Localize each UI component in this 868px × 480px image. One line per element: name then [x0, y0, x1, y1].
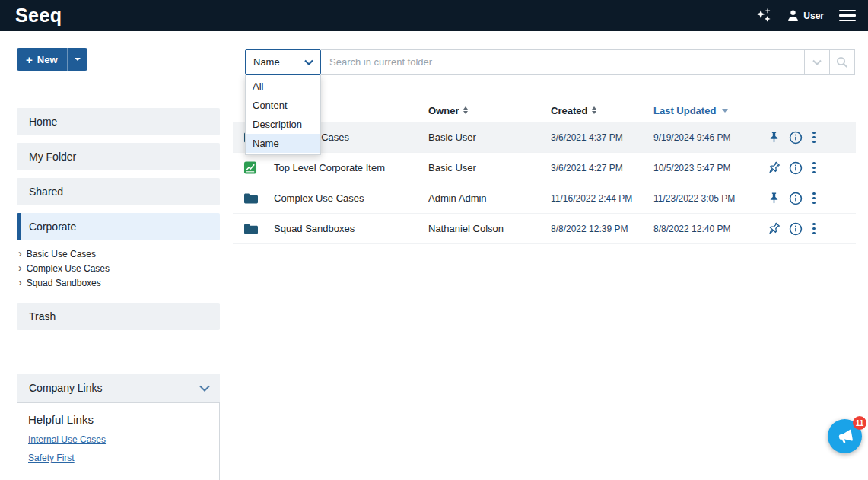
tree-item-complex-use-cases[interactable]: › Complex Use Cases: [17, 261, 220, 275]
user-label: User: [803, 11, 824, 21]
chevron-right-icon: ›: [18, 277, 22, 288]
item-name[interactable]: Squad Sandboxes: [274, 223, 428, 234]
company-links-header[interactable]: Company Links: [17, 374, 220, 402]
unpin-icon[interactable]: [768, 222, 781, 235]
link-internal-use-cases[interactable]: Internal Use Cases: [28, 434, 208, 445]
sidebar-item-shared[interactable]: Shared: [17, 178, 220, 205]
info-icon[interactable]: [789, 131, 803, 145]
topbar-actions: User: [755, 8, 856, 24]
sidebar-item-corporate[interactable]: Corporate: [17, 213, 220, 240]
item-owner: Admin Admin: [428, 192, 551, 204]
sidebar-item-label: Corporate: [29, 221, 76, 233]
item-created: 11/16/2022 2:44 PM: [551, 193, 653, 204]
search-button[interactable]: [830, 49, 855, 75]
chevron-down-icon: [812, 59, 822, 65]
sort-desc-icon: [722, 109, 728, 113]
filter-option-description[interactable]: Description: [246, 115, 320, 134]
new-button[interactable]: + New: [17, 48, 87, 71]
kebab-menu-icon[interactable]: [811, 221, 817, 237]
item-updated: 10/5/2023 5:47 PM: [653, 163, 768, 173]
filter-dropdown-menu: All Content Description Name: [245, 75, 321, 155]
filter-selected-value: Name: [253, 56, 280, 68]
search-options-button[interactable]: [805, 49, 830, 75]
plus-icon: +: [26, 54, 33, 65]
new-button-caret[interactable]: [67, 48, 87, 71]
main-content: Name All Content Description Name: [232, 31, 868, 480]
kebab-menu-icon[interactable]: [811, 191, 817, 206]
item-created: 8/8/2022 12:39 PM: [551, 224, 653, 234]
chevron-right-icon: ›: [18, 248, 22, 259]
chevron-down-icon: [304, 59, 313, 65]
helpful-links-title: Helpful Links: [28, 413, 208, 426]
folder-icon: [243, 223, 259, 235]
worksheet-icon: [243, 161, 257, 174]
link-safety-first[interactable]: Safety First: [28, 453, 208, 463]
seeq-logo: Seeq: [15, 5, 62, 27]
pin-icon[interactable]: [768, 192, 781, 205]
sidebar-item-my-folder[interactable]: My Folder: [17, 143, 220, 170]
topbar: Seeq User: [0, 0, 868, 31]
user-icon: [787, 9, 799, 22]
kebab-menu-icon[interactable]: [811, 161, 817, 176]
table-row[interactable]: Basic Use Cases Basic User 3/6/2021 4:37…: [233, 122, 856, 153]
info-icon[interactable]: [789, 222, 803, 236]
unpin-icon[interactable]: [768, 161, 781, 174]
item-name[interactable]: Top Level Corporate Item: [274, 162, 428, 173]
search-bar: Name: [245, 49, 855, 75]
company-links-label: Company Links: [29, 382, 103, 394]
item-updated: 9/19/2024 9:46 PM: [653, 132, 768, 143]
column-header-created[interactable]: Created: [551, 105, 653, 116]
ai-sparkles-icon[interactable]: [755, 8, 772, 24]
notification-badge: 11: [853, 416, 866, 430]
tree-item-basic-use-cases[interactable]: › Basic Use Cases: [17, 246, 220, 261]
info-icon[interactable]: [789, 161, 803, 175]
item-updated: 11/23/2022 3:05 PM: [653, 193, 768, 204]
column-header-owner[interactable]: Owner: [428, 105, 551, 116]
new-button-main[interactable]: + New: [17, 48, 67, 71]
item-updated: 8/8/2022 12:40 PM: [653, 224, 768, 234]
filter-option-all[interactable]: All: [246, 77, 320, 96]
sidebar-nav: Home My Folder Shared Corporate: [17, 108, 220, 240]
sidebar-item-trash[interactable]: Trash: [17, 303, 220, 330]
support-fab-button[interactable]: 11: [828, 419, 862, 453]
item-created: 3/6/2021 4:27 PM: [551, 163, 653, 173]
sidebar-item-label: Shared: [29, 186, 63, 198]
table-row[interactable]: Complex Use Cases Admin Admin 11/16/2022…: [233, 183, 856, 214]
sort-icon: [463, 106, 468, 114]
item-owner: Basic User: [428, 132, 551, 143]
helpful-links-panel: Helpful Links Internal Use Cases Safety …: [17, 402, 220, 480]
item-name[interactable]: Complex Use Cases: [274, 192, 428, 204]
hamburger-menu-icon[interactable]: [839, 10, 856, 22]
folder-contents-table: Name Owner Created Last Updated: [233, 99, 856, 244]
table-row[interactable]: Top Level Corporate Item Basic User 3/6/…: [233, 153, 856, 183]
caret-down-icon: [75, 58, 81, 61]
sidebar-item-label: Home: [29, 116, 57, 128]
new-button-label: New: [37, 54, 58, 65]
table-row[interactable]: Squad Sandboxes Nathaniel Colson 8/8/202…: [233, 214, 856, 244]
kebab-menu-icon[interactable]: [811, 130, 817, 145]
sidebar-item-home[interactable]: Home: [17, 108, 220, 135]
chevron-down-icon: [199, 385, 210, 392]
chevron-right-icon: ›: [18, 262, 22, 273]
tree-item-squad-sandboxes[interactable]: › Squad Sandboxes: [17, 275, 220, 290]
tree-item-label: Basic Use Cases: [27, 249, 96, 259]
table-header-row: Name Owner Created Last Updated: [233, 99, 856, 122]
filter-option-content[interactable]: Content: [246, 96, 320, 115]
search-icon: [836, 56, 848, 68]
sort-icon: [592, 106, 596, 114]
tree-item-label: Squad Sandboxes: [27, 278, 101, 288]
sidebar-item-label: My Folder: [29, 151, 76, 163]
column-header-last-updated[interactable]: Last Updated: [653, 105, 768, 116]
filter-option-name[interactable]: Name: [246, 134, 320, 153]
sidebar: + New Home My Folder Shared Corporate › …: [0, 31, 231, 480]
tree-item-label: Complex Use Cases: [27, 263, 110, 274]
folder-icon: [243, 192, 259, 205]
corporate-subtree: › Basic Use Cases › Complex Use Cases › …: [17, 246, 220, 290]
pin-icon[interactable]: [768, 131, 781, 144]
search-filter-select[interactable]: Name: [245, 49, 321, 75]
info-icon[interactable]: [789, 192, 803, 205]
user-menu[interactable]: User: [787, 9, 824, 22]
item-created: 3/6/2021 4:37 PM: [551, 132, 653, 143]
megaphone-icon: [835, 426, 856, 447]
search-input[interactable]: [321, 49, 805, 75]
